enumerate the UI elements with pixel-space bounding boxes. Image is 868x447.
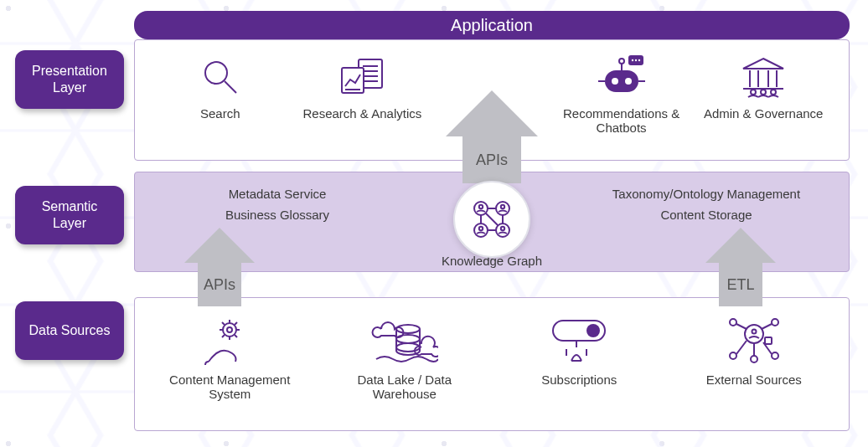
svg-line-59 bbox=[736, 324, 747, 329]
cms-icon bbox=[200, 312, 259, 369]
svg-point-0 bbox=[205, 62, 227, 84]
svg-line-61 bbox=[736, 341, 747, 354]
governance-icon bbox=[738, 53, 788, 101]
arrow-shaft: ETL bbox=[719, 263, 762, 306]
search-icon bbox=[199, 53, 241, 101]
etl-arrow-label: ETL bbox=[726, 276, 754, 294]
item-recommendations-label: Recommendations & Chatbots bbox=[550, 106, 693, 135]
semantic-layer-label-text: Semantic Layer bbox=[42, 198, 98, 232]
svg-point-18 bbox=[634, 59, 636, 61]
svg-line-1 bbox=[225, 81, 236, 93]
semantic-layer-label: Semantic Layer bbox=[15, 186, 124, 244]
svg-marker-20 bbox=[743, 59, 783, 69]
apis-arrow-center: APIs bbox=[446, 90, 538, 183]
external-sources-icon bbox=[723, 312, 785, 369]
svg-point-45 bbox=[396, 335, 420, 343]
item-recommendations: Recommendations & Chatbots bbox=[550, 53, 693, 135]
svg-rect-9 bbox=[605, 70, 638, 92]
item-datalake: Data Lake / Data Warehouse bbox=[325, 312, 484, 401]
arrow-head-icon bbox=[705, 228, 776, 263]
svg-point-17 bbox=[631, 59, 633, 61]
svg-point-13 bbox=[619, 59, 624, 64]
item-external: External Sources bbox=[674, 312, 834, 387]
presentation-layer-label: Presentation Layer bbox=[15, 50, 124, 109]
arrow-shaft: APIs bbox=[462, 136, 521, 183]
svg-point-54 bbox=[772, 319, 778, 326]
subscriptions-icon bbox=[546, 312, 612, 369]
apis-arrow-center-label: APIs bbox=[476, 152, 508, 169]
analytics-icon bbox=[337, 53, 387, 101]
arrow-shaft: APIs bbox=[198, 263, 241, 306]
application-bar: Application bbox=[134, 11, 850, 39]
item-datalake-label: Data Lake / Data Warehouse bbox=[325, 372, 484, 401]
arrow-head-icon bbox=[446, 90, 538, 136]
item-cms-label: Content Management System bbox=[150, 372, 309, 401]
application-bar-text: Application bbox=[451, 16, 533, 35]
svg-point-53 bbox=[730, 319, 736, 326]
item-subscriptions-label: Subscriptions bbox=[541, 372, 617, 387]
item-external-label: External Sources bbox=[706, 372, 802, 387]
item-admin-label: Admin & Governance bbox=[704, 106, 824, 121]
chatbot-icon bbox=[595, 53, 648, 101]
datalake-icon bbox=[371, 312, 438, 369]
item-search-label: Search bbox=[200, 106, 240, 121]
svg-point-55 bbox=[730, 352, 736, 359]
svg-rect-58 bbox=[765, 337, 772, 344]
item-cms: Content Management System bbox=[150, 312, 309, 401]
item-research-label: Research & Analytics bbox=[303, 106, 422, 121]
apis-arrow-left: APIs bbox=[184, 228, 255, 306]
svg-point-44 bbox=[396, 325, 420, 333]
svg-point-42 bbox=[223, 323, 236, 337]
svg-point-27 bbox=[761, 90, 766, 95]
svg-point-28 bbox=[771, 90, 776, 95]
svg-point-19 bbox=[638, 59, 639, 61]
knowledge-graph-icon bbox=[453, 181, 530, 258]
svg-point-11 bbox=[625, 78, 632, 85]
svg-point-48 bbox=[586, 324, 600, 337]
svg-point-26 bbox=[751, 90, 756, 95]
item-search: Search bbox=[149, 53, 292, 121]
item-admin: Admin & Governance bbox=[692, 53, 834, 121]
svg-point-57 bbox=[751, 356, 757, 362]
presentation-layer-label-text: Presentation Layer bbox=[32, 63, 107, 96]
svg-point-43 bbox=[227, 327, 232, 332]
etl-arrow: ETL bbox=[705, 228, 776, 306]
apis-arrow-left-label: APIs bbox=[204, 276, 235, 294]
svg-line-60 bbox=[762, 324, 772, 329]
item-research: Research & Analytics bbox=[292, 53, 434, 121]
data-source-items: Content Management System Data Lake / Da… bbox=[134, 306, 850, 435]
svg-point-56 bbox=[772, 352, 778, 359]
data-sources-layer-label-text: Data Sources bbox=[29, 322, 111, 339]
arrow-head-icon bbox=[184, 228, 255, 263]
data-sources-layer-label: Data Sources bbox=[15, 301, 124, 360]
architecture-diagram: Presentation Layer Semantic Layer Data S… bbox=[0, 0, 868, 447]
svg-point-10 bbox=[612, 78, 618, 85]
item-subscriptions: Subscriptions bbox=[499, 312, 659, 387]
